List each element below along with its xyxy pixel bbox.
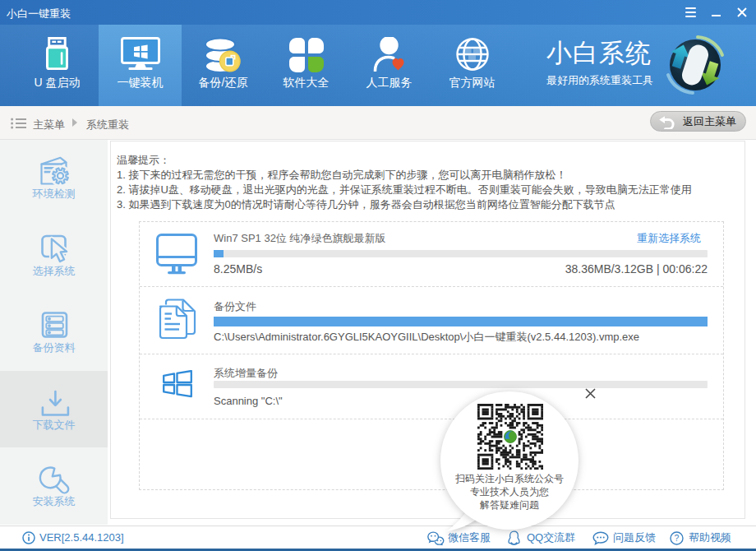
svg-text:?: ? (675, 533, 680, 543)
